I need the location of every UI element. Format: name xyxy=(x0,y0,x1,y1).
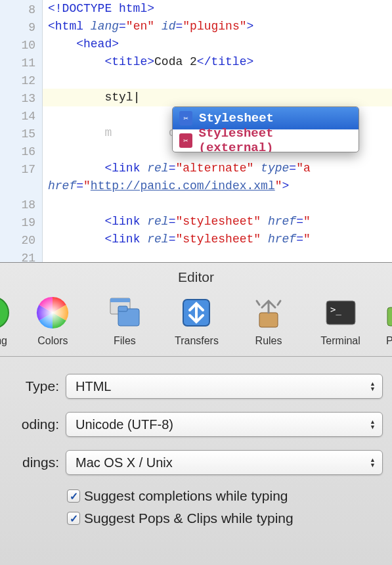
code-token: id xyxy=(162,20,176,33)
toolbar-label: Pl xyxy=(386,335,392,347)
toolbar-label: Files xyxy=(114,335,136,347)
autocomplete-item-stylesheet-external[interactable]: ✂ Stylesheet (external) xyxy=(173,129,359,152)
code-text-area[interactable]: <!DOCTYPE html> <html lang="en" id="plug… xyxy=(43,0,392,262)
checkbox-label: Suggest Pops & Clips while typing xyxy=(84,510,294,526)
line-number: 16 xyxy=(0,143,42,161)
svg-rect-5 xyxy=(118,306,127,311)
text-cursor: | xyxy=(133,91,141,104)
toolbar-label: haring xyxy=(0,335,7,347)
line-number: 20 xyxy=(0,232,42,250)
rules-icon xyxy=(250,294,287,331)
code-token: rel xyxy=(147,162,168,175)
toolbar-colors[interactable]: Colors xyxy=(21,294,84,347)
select-value: HTML xyxy=(76,379,111,394)
line-number: 18 xyxy=(0,196,42,214)
svg-rect-3 xyxy=(110,298,130,302)
file-type-select[interactable]: HTML ▲▼ xyxy=(66,374,383,399)
code-token: <html xyxy=(48,20,83,33)
checkbox-checked-icon: ✓ xyxy=(67,512,80,525)
svg-text:>_: >_ xyxy=(330,304,341,315)
stepper-icon: ▲▼ xyxy=(370,419,376,430)
code-token: http://panic.com/index.xml xyxy=(91,179,275,192)
line-number: 9 xyxy=(0,19,42,37)
code-token: "alternate" xyxy=(175,162,253,175)
settings-form: Type: HTML ▲▼ oding: Unicode (UTF-8) ▲▼ … xyxy=(0,357,392,539)
select-value: Mac OS X / Unix xyxy=(76,455,173,470)
toolbar-rules[interactable]: Rules xyxy=(237,294,300,347)
line-endings-label: dings: xyxy=(0,455,59,470)
toolbar-label: Transfers xyxy=(175,335,219,347)
code-token: " xyxy=(275,179,282,192)
files-icon xyxy=(106,294,143,331)
code-token: <!DOCTYPE html> xyxy=(48,2,154,15)
suggest-pops-clips-checkbox[interactable]: ✓ Suggest Pops & Clips while typing xyxy=(67,510,383,526)
plugins-icon xyxy=(381,294,392,331)
typed-text: styl xyxy=(104,91,133,104)
code-token: href xyxy=(268,233,296,246)
preferences-toolbar: haring Colors Files xyxy=(0,289,392,357)
code-token: <head> xyxy=(76,37,119,51)
autocomplete-label: Stylesheet xyxy=(199,111,274,125)
checkbox-label: Suggest completions while typing xyxy=(84,488,288,504)
toolbar-files[interactable]: Files xyxy=(93,294,156,347)
svg-rect-10 xyxy=(387,307,392,326)
code-token: Coda 2 xyxy=(154,55,197,68)
line-number: 12 xyxy=(0,72,42,90)
encoding-label: oding: xyxy=(0,417,59,432)
code-token: "en" xyxy=(126,20,154,33)
line-endings-select[interactable]: Mac OS X / Unix ▲▼ xyxy=(66,450,383,475)
line-number: 19 xyxy=(0,214,42,232)
sharing-icon xyxy=(0,294,11,331)
terminal-icon: >_ xyxy=(322,294,359,331)
checkbox-checked-icon: ✓ xyxy=(67,489,80,503)
toolbar-terminal[interactable]: >_ Terminal xyxy=(309,294,372,347)
code-token: = xyxy=(76,179,83,192)
code-token: type xyxy=(261,162,289,175)
colors-icon xyxy=(34,294,71,331)
toolbar-transfers[interactable]: Transfers xyxy=(165,294,228,347)
code-token: <title> xyxy=(104,55,154,68)
code-token: lang xyxy=(91,20,119,33)
line-number: 8 xyxy=(0,1,42,19)
code-token: <link xyxy=(104,233,140,246)
autocomplete-popup[interactable]: ✂ Stylesheet ✂ Stylesheet (external) xyxy=(172,106,359,152)
code-token: <link xyxy=(104,162,140,175)
file-type-label: Type: xyxy=(0,378,59,394)
code-token: "a xyxy=(296,162,311,175)
line-number: 14 xyxy=(0,108,42,125)
code-token: " xyxy=(303,233,311,246)
line-number: 17 xyxy=(0,161,42,179)
stepper-icon: ▲▼ xyxy=(370,381,376,392)
toolbar-label: Colors xyxy=(37,335,68,347)
select-value: Unicode (UTF-8) xyxy=(76,417,173,432)
preferences-title: Editor xyxy=(0,263,392,289)
autocomplete-label: Stylesheet (external) xyxy=(199,126,353,152)
code-token: "plugins" xyxy=(183,20,246,33)
toolbar-label: Rules xyxy=(255,335,282,347)
line-gutter: 8 9 10 11 12 13 14 15 16 17 18 19 20 21 xyxy=(0,0,43,262)
svg-rect-7 xyxy=(259,313,278,327)
code-token: rel xyxy=(147,215,168,228)
stepper-icon: ▲▼ xyxy=(370,457,376,468)
toolbar-label: Terminal xyxy=(320,335,360,347)
code-editor[interactable]: 8 9 10 11 12 13 14 15 16 17 18 19 20 21 … xyxy=(0,0,392,263)
code-token: > xyxy=(282,179,290,192)
active-line: styl| xyxy=(43,89,392,106)
code-token: </title> xyxy=(197,55,253,68)
code-token: href xyxy=(48,179,76,192)
line-number: 10 xyxy=(0,37,42,55)
svg-point-0 xyxy=(0,297,9,328)
toolbar-sharing[interactable]: haring xyxy=(0,294,12,347)
encoding-select[interactable]: Unicode (UTF-8) ▲▼ xyxy=(66,412,383,437)
code-token: > xyxy=(247,20,254,33)
transfers-icon xyxy=(178,294,215,331)
code-token: "stylesheet" xyxy=(175,233,261,246)
code-token: " xyxy=(83,179,91,192)
toolbar-plugins[interactable]: Pl xyxy=(381,294,392,347)
svg-point-1 xyxy=(37,297,68,328)
code-token: "stylesheet" xyxy=(175,215,261,228)
preferences-panel: Editor haring Colors xyxy=(0,263,392,565)
code-token: href xyxy=(268,215,296,228)
clip-icon: ✂ xyxy=(179,133,192,148)
suggest-completions-checkbox[interactable]: ✓ Suggest completions while typing xyxy=(67,488,383,504)
